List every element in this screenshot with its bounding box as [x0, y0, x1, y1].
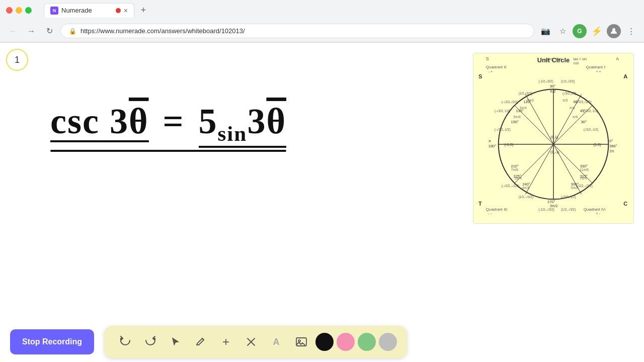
svg-text:(-1/2,√3/2): (-1/2,√3/2)	[538, 79, 553, 83]
tab-label: Numerade	[61, 7, 113, 14]
svg-text:π: π	[489, 139, 491, 143]
profile-button[interactable]: G	[573, 24, 587, 38]
svg-point-84	[298, 340, 300, 342]
equation-display: csc 3θ = 5sin3θ	[50, 103, 286, 148]
stop-recording-button[interactable]: Stop Recording	[10, 329, 94, 354]
svg-text:Quadrant III:: Quadrant III:	[486, 207, 508, 212]
undo-button[interactable]	[114, 331, 136, 353]
people-button[interactable]	[607, 24, 621, 38]
svg-text:(√3/2,1/2): (√3/2,1/2)	[562, 92, 577, 96]
svg-text:cos: cos	[574, 61, 579, 65]
svg-text:90°: 90°	[550, 84, 555, 88]
tab-favicon: N	[50, 7, 58, 15]
svg-text:C: C	[623, 201, 627, 207]
active-tab[interactable]: N Numerade ×	[44, 3, 134, 18]
svg-text:T: T	[478, 201, 482, 207]
tab-bar: N Numerade × +	[38, 3, 156, 18]
image-tool-button[interactable]	[290, 331, 312, 353]
svg-text:π/2: π/2	[550, 89, 555, 94]
svg-text:(1/2,-√3/2): (1/2,-√3/2)	[561, 208, 576, 212]
svg-text:(√2/2,-√2/2): (√2/2,-√2/2)	[576, 184, 593, 188]
pen-tool-button[interactable]	[190, 331, 212, 353]
svg-text:(1/2,-√3/2): (1/2,-√3/2)	[518, 195, 533, 199]
svg-text:2π/3: 2π/3	[526, 99, 534, 102]
svg-text:+   -: + -	[596, 212, 600, 215]
svg-text:(0,-1): (0,-1)	[550, 150, 559, 154]
color-gray-button[interactable]	[379, 333, 397, 351]
unit-circle-panel: Unit Circle S A (cos, sin) tan = sin cos…	[473, 53, 634, 224]
svg-text:S: S	[478, 73, 482, 79]
svg-text:(0,1): (0,1)	[550, 135, 558, 139]
svg-text:S: S	[486, 56, 489, 61]
nav-right-buttons: 📷 ☆ G ⚡ ⋮	[538, 24, 638, 38]
svg-text:(-√3/2, 1/2): (-√3/2, 1/2)	[495, 109, 510, 113]
svg-text:(√3/2,-1/2): (√3/2,-1/2)	[561, 195, 576, 199]
svg-text:tan = sin: tan = sin	[574, 57, 587, 61]
lock-icon: 🔒	[69, 28, 76, 35]
add-button[interactable]: +	[215, 331, 237, 353]
svg-text:Quadrant I:: Quadrant I:	[586, 65, 606, 69]
svg-text:30°: 30°	[581, 120, 587, 124]
svg-text:Quadrant IV:: Quadrant IV:	[584, 207, 606, 212]
svg-text:7π/4: 7π/4	[580, 176, 587, 180]
svg-text:(1/2,√3/2): (1/2,√3/2)	[518, 92, 532, 96]
select-tool-button[interactable]	[165, 331, 187, 353]
title-bar: N Numerade × +	[0, 0, 644, 20]
whiteboard[interactable]: 1 csc 3θ = 5sin3θ Unit Circle S A	[0, 43, 644, 362]
svg-text:2π: 2π	[609, 149, 614, 153]
svg-text:0°: 0°	[609, 139, 613, 143]
main-content: 1 csc 3θ = 5sin3θ Unit Circle S A	[0, 43, 644, 362]
svg-text:11π/6: 11π/6	[580, 168, 589, 171]
refresh-button[interactable]: ↻	[42, 24, 56, 38]
svg-text:(-√2/2,√2/2): (-√2/2,√2/2)	[502, 100, 518, 104]
svg-text:A: A	[616, 56, 619, 61]
svg-text:(1,0): (1,0)	[594, 142, 602, 147]
page-number: 1	[6, 49, 28, 71]
svg-text:(√2/2,√2/2): (√2/2,√2/2)	[576, 100, 592, 104]
svg-text:(√3/2, 1/2): (√3/2, 1/2)	[584, 109, 598, 113]
tab-close-icon[interactable]: ×	[124, 7, 128, 14]
new-tab-button[interactable]: +	[136, 3, 150, 17]
menu-button[interactable]: ⋮	[624, 24, 638, 38]
svg-text:3π/4: 3π/4	[519, 106, 527, 110]
url-text: https://www.numerade.com/answers/whitebo…	[80, 27, 526, 35]
bottom-bar: Stop Recording +	[0, 322, 644, 362]
close-button[interactable]	[6, 7, 13, 14]
svg-text:π/3: π/3	[562, 99, 568, 102]
svg-text:5π/4: 5π/4	[514, 176, 522, 180]
address-bar[interactable]: 🔒 https://www.numerade.com/answers/white…	[60, 24, 534, 38]
svg-text:5π/6: 5π/6	[514, 115, 521, 119]
svg-text:π/6: π/6	[573, 115, 578, 119]
svg-text:A: A	[623, 73, 627, 79]
forward-button[interactable]: →	[24, 24, 38, 38]
back-button[interactable]: ←	[6, 24, 20, 38]
svg-text:7π/6: 7π/6	[511, 168, 519, 171]
unit-circle-svg: Unit Circle S A (cos, sin) tan = sin cos…	[473, 53, 633, 223]
cast-button[interactable]: 📷	[538, 24, 552, 38]
svg-text:(cos, sin): (cos, sin)	[545, 57, 562, 61]
svg-text:(-√3/2,-1/2): (-√3/2,-1/2)	[495, 128, 511, 132]
svg-text:(-1/2,-√3/2): (-1/2,-√3/2)	[538, 208, 554, 212]
svg-text:(1/2,√3/2): (1/2,√3/2)	[561, 79, 575, 83]
svg-text:(-1,0): (-1,0)	[505, 142, 514, 147]
svg-text:Quadrant II:: Quadrant II:	[486, 65, 507, 69]
traffic-lights	[6, 7, 32, 14]
svg-text:360°: 360°	[609, 144, 617, 148]
color-pink-button[interactable]	[337, 333, 355, 351]
svg-text:+   +: + +	[596, 70, 601, 73]
nav-bar: ← → ↻ 🔒 https://www.numerade.com/answers…	[0, 20, 644, 42]
maximize-button[interactable]	[25, 7, 32, 14]
svg-line-80	[202, 338, 204, 340]
minimize-button[interactable]	[16, 7, 22, 14]
svg-text:180°: 180°	[489, 144, 496, 148]
svg-text:-   -: - -	[489, 212, 492, 215]
svg-text:150°: 150°	[511, 120, 519, 124]
extensions-button[interactable]: ⚡	[590, 24, 604, 38]
color-green-button[interactable]	[358, 333, 376, 351]
browser-chrome: N Numerade × + ← → ↻ 🔒 https://www.numer…	[0, 0, 644, 43]
text-tool-button[interactable]: A	[265, 331, 287, 353]
redo-button[interactable]	[139, 331, 162, 353]
eraser-button[interactable]	[240, 331, 262, 353]
bookmark-button[interactable]: ☆	[555, 24, 570, 38]
color-black-button[interactable]	[315, 333, 334, 351]
